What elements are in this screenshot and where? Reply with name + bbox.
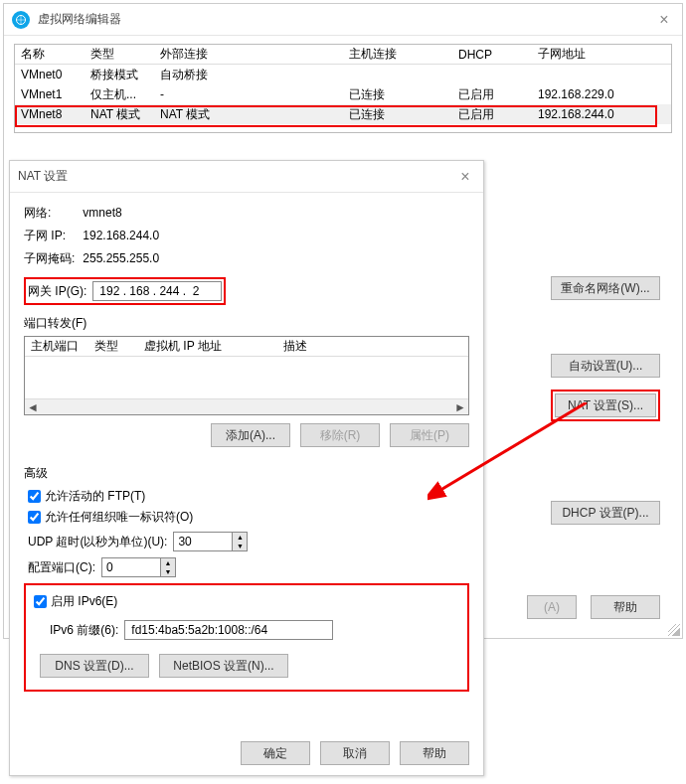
cfg-label: 配置端口(C): [28, 559, 95, 576]
table-header: 名称 类型 外部连接 主机连接 DHCP 子网地址 [15, 45, 671, 65]
udp-input[interactable] [173, 532, 233, 551]
udp-spinner[interactable]: ▲▼ [233, 532, 248, 551]
resize-handle-icon[interactable] [668, 624, 680, 636]
net-label: 网络: [24, 205, 80, 222]
spin-up-icon[interactable]: ▲ [233, 533, 247, 542]
ok-button[interactable]: 确定 [241, 741, 310, 765]
udp-label: UDP 超时(以秒为单位)(U): [28, 534, 167, 550]
anyorg-checkbox[interactable] [28, 511, 41, 524]
add-button[interactable]: 添加(A)... [211, 423, 290, 447]
col-subnet: 子网地址 [538, 46, 671, 63]
port-fwd-list[interactable]: 主机端口 类型 虚拟机 IP 地址 描述 ◄ ► [24, 336, 469, 415]
subnet-ip-value: 192.168.244.0 [83, 229, 159, 242]
spin-down-icon[interactable]: ▼ [233, 542, 247, 550]
gateway-label: 网关 IP(G): [28, 283, 86, 300]
ipv6-highlight: 启用 IPv6(E) IPv6 前缀(6): DNS 设置(D)... NetB… [24, 583, 469, 692]
nat-title: NAT 设置 [18, 168, 455, 185]
remove-button[interactable]: 移除(R) [300, 423, 380, 447]
anyorg-label: 允许任何组织唯一标识符(O) [45, 509, 193, 526]
mask-value: 255.255.255.0 [83, 251, 159, 265]
mask-label: 子网掩码: [24, 250, 80, 267]
close-icon[interactable]: × [455, 167, 475, 187]
dhcp-button[interactable]: DHCP 设置(P)... [551, 501, 660, 525]
advanced-label: 高级 [24, 465, 469, 482]
gateway-highlight: 网关 IP(G): [24, 277, 226, 305]
col-host: 主机连接 [349, 46, 458, 63]
table-row[interactable]: VMnet1 仅主机... - 已连接 已启用 192.168.229.0 [15, 84, 671, 104]
apply-button[interactable]: (A) [527, 595, 577, 619]
nat-button[interactable]: NAT 设置(S)... [555, 393, 656, 417]
spin-up-icon[interactable]: ▲ [161, 558, 175, 567]
ipv6-checkbox[interactable] [34, 595, 47, 608]
spin-down-icon[interactable]: ▼ [161, 567, 175, 576]
col-dhcp: DHCP [458, 48, 538, 62]
side-buttons-2: 自动设置(U)... NAT 设置(S)... [551, 354, 660, 421]
properties-button[interactable]: 属性(P) [390, 423, 469, 447]
scrollbar-horizontal[interactable]: ◄ ► [25, 398, 468, 414]
side-buttons-1: 重命名网络(W)... [551, 276, 660, 300]
rename-button[interactable]: 重命名网络(W)... [551, 276, 660, 300]
cancel-button[interactable]: 取消 [320, 741, 390, 765]
main-title: 虚拟网络编辑器 [38, 11, 654, 28]
col-ext: 外部连接 [160, 46, 349, 63]
gateway-input[interactable] [92, 281, 222, 301]
help-button[interactable]: 帮助 [591, 595, 660, 619]
close-icon[interactable]: × [654, 10, 674, 30]
table-row[interactable]: VMnet0 桥接模式 自动桥接 [15, 65, 671, 84]
ftp-checkbox[interactable] [28, 490, 41, 503]
col-name: 名称 [15, 46, 90, 63]
subnet-ip-label: 子网 IP: [24, 228, 80, 244]
ipv6-prefix-label: IPv6 前缀(6): [50, 622, 118, 639]
nat-titlebar: NAT 设置 × [10, 161, 483, 193]
ftp-label: 允许活动的 FTP(T) [45, 488, 145, 505]
app-icon [12, 11, 30, 29]
netbios-button[interactable]: NetBIOS 设置(N)... [159, 654, 288, 678]
nat-window: NAT 设置 × 网络: vmnet8 子网 IP: 192.168.244.0… [9, 160, 484, 776]
port-fwd-header: 主机端口 类型 虚拟机 IP 地址 描述 [25, 337, 468, 357]
help-button[interactable]: 帮助 [400, 741, 469, 765]
scroll-left-icon[interactable]: ◄ [27, 400, 39, 414]
main-titlebar: 虚拟网络编辑器 × [4, 4, 682, 36]
scroll-right-icon[interactable]: ► [454, 400, 466, 414]
cfg-input[interactable] [101, 557, 161, 577]
network-table: 名称 类型 外部连接 主机连接 DHCP 子网地址 VMnet0 桥接模式 自动… [14, 44, 672, 133]
table-row[interactable]: VMnet8 NAT 模式 NAT 模式 已连接 已启用 192.168.244… [15, 104, 671, 124]
col-type: 类型 [90, 46, 160, 63]
ipv6-label: 启用 IPv6(E) [51, 593, 117, 610]
net-value: vmnet8 [83, 206, 121, 220]
dns-button[interactable]: DNS 设置(D)... [40, 654, 149, 678]
ipv6-prefix-input[interactable] [124, 620, 333, 640]
port-fwd-label: 端口转发(F) [24, 315, 469, 332]
side-buttons-3: DHCP 设置(P)... [551, 501, 660, 525]
auto-button[interactable]: 自动设置(U)... [551, 354, 660, 378]
cfg-spinner[interactable]: ▲▼ [161, 557, 176, 577]
